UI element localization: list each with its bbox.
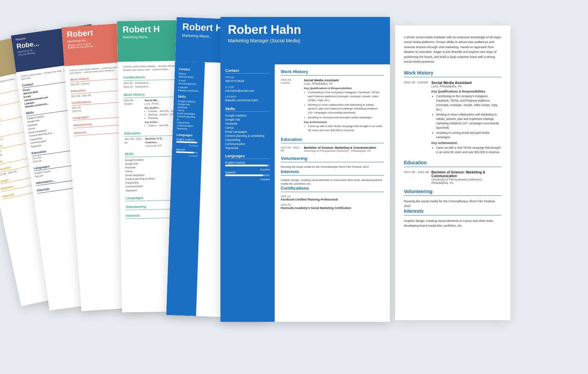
info-bullet-1: Contributing to the company's Instagram,… [436, 94, 502, 111]
info-panel: A driven social media marketer with an e… [395, 25, 510, 320]
main-skill-2: Google Ads [225, 118, 270, 121]
info-vol-title: Volunteering [404, 189, 502, 196]
info-kq-title: Key Qualifications & Responsibilities [431, 90, 502, 93]
info-edu-degree: Bachelor of Science: Marketing & Communi… [431, 170, 502, 178]
info-work-title: Work History [404, 70, 502, 77]
card5-phone: Phone360-674-6649 [179, 72, 201, 79]
main-achievement-title: Key Achievement: [304, 121, 384, 124]
info-interests-text: Graphic design: creating visual elements… [404, 219, 502, 228]
card5-skills-title: Skills [178, 95, 200, 99]
main-vol-section-title: Volunteering [281, 156, 384, 162]
resume-card-main: Robert Hahn Marketing Manager (Social Me… [220, 17, 390, 322]
main-left-panel: Contact Phone 360-674-6649 E-mail rob.ha… [220, 64, 275, 322]
main-skill-6: Content planning & scheduling [225, 134, 270, 138]
card5-lang-es-level: Excellent [176, 154, 197, 157]
main-lang-en: English (native) [225, 161, 270, 164]
main-edu-section-title: Education [281, 137, 384, 143]
card5-email: E-mailrob.hahn@email... [178, 79, 200, 86]
info-edu-title: Education [404, 160, 502, 167]
info-achievement-title: Key Achievement: [431, 141, 502, 145]
card5-linkedin: Linkedinlinkedin.com/in/rob... [178, 86, 200, 92]
main-skill-4: Canva [225, 126, 270, 129]
card5-lang-es: Spanish [176, 148, 198, 151]
info-vol-text: Running the social media for the Cinemat… [404, 199, 502, 208]
info-bullet-3: Assisting in running email and paid medi… [436, 131, 502, 140]
main-lang-en-bar-bg [225, 165, 270, 166]
info-job-company: Lumi, Philadelphia, PA [431, 85, 502, 88]
main-job-bullet-2: Working in close collaboration with Mark… [308, 103, 384, 115]
info-edu-date: 2017-09 - 2021-08 [404, 170, 429, 174]
info-bullet-2: Working in close collaboration with Mark… [436, 112, 502, 130]
main-cert-2: 2022-03 Hootsuite Academy's Social Marke… [281, 203, 384, 210]
main-job-bullets: Contributing to the company's Instagram,… [304, 90, 384, 119]
info-job-date: 2021-09 - Current [404, 81, 429, 84]
main-skill-1: Google Analytics [225, 114, 270, 117]
main-lang-es-bar-bg [225, 174, 270, 176]
card5-lang-en-level: Excellent [176, 144, 198, 147]
main-achievement-bullet-1: Came up with a viral TikTok campaign tha… [308, 124, 384, 132]
main-cert-1-date: 2021-01 [281, 195, 384, 198]
main-interests-section-title: Interests [281, 169, 384, 175]
main-job-date: 2021-09 - Current [281, 78, 301, 84]
main-skill-8: Communication [225, 142, 270, 146]
info-edu-school: University of Pennsylvania (Wharton) - P… [431, 178, 502, 185]
main-header: Robert Hahn Marketing Manager (Social Me… [220, 17, 390, 64]
card5-skill-list: Google AnalyticsGoogle AdsHootsuiteCanva… [177, 99, 199, 131]
main-cert-section-title: Certifications [281, 186, 384, 192]
main-edu-date: 2017-09 - 2021-08 [281, 146, 301, 152]
main-contact-title: Contact [225, 68, 270, 74]
main-linkedin-value: linkedin.com/in/rob.hahn [225, 99, 270, 103]
main-phone-label: Phone [225, 76, 270, 79]
main-cert-1-name: Facebook Certified Planning Professional [281, 198, 384, 201]
main-job-block: 2021-09 - Current Social Media Assistant… [281, 78, 384, 133]
info-job-bullets: Contributing to the company's Instagram,… [431, 94, 502, 140]
main-work-section-title: Work History [281, 69, 384, 76]
main-cert-2-date: 2022-03 [281, 203, 384, 206]
main-cert-1: 2021-01 Facebook Certified Planning Prof… [281, 195, 384, 201]
main-skill-3: Hootsuite [225, 122, 270, 125]
info-intro: A driven social media marketer with an e… [404, 35, 502, 64]
main-interests-text: Graphic design: creating visual elements… [281, 178, 384, 186]
main-achievement-bullets: Came up with a viral TikTok campaign tha… [304, 124, 384, 132]
info-edu-block: 2017-09 - 2021-08 Bachelor of Science: M… [404, 170, 502, 185]
main-linkedin-label: Linkedin [225, 95, 270, 98]
main-lang-es-level: Excellent [225, 178, 270, 181]
main-cert-2-name: Hootsuite Academy's Social Marketing Cer… [281, 206, 384, 210]
main-job-kq-title: Key Qualifications & Responsibilities [304, 87, 384, 90]
main-skill-5: Email campaigns [225, 130, 270, 133]
card5-lang-title: Languages [177, 133, 199, 137]
info-achievement-1: Came up with a viral TikTok campaign tha… [436, 146, 502, 154]
main-edu-block: 2017-09 - 2021-08 Bachelor of Science: M… [281, 146, 384, 152]
info-achievement-bullets: Came up with a viral TikTok campaign tha… [431, 146, 502, 154]
main-job-bullet-1: Contributing to the company's Instagram,… [308, 90, 384, 102]
main-job-company: Lumi, Philadelphia, PA [304, 82, 384, 85]
main-lang-es: Spanish [225, 171, 270, 174]
main-vol-text: Running the social media for the Cinemat… [281, 165, 384, 169]
card5-contact-title: Contact [179, 67, 201, 71]
main-phone-value: 360-674-6649 [225, 79, 270, 83]
main-job-title: Social Media Assistant [304, 78, 384, 82]
main-edu-school: University of Pennsylvania (Wharton) - P… [304, 149, 384, 152]
main-edu-degree: Bachelor of Science: Marketing & Communi… [304, 146, 384, 149]
main-lang-en-level: Excellent [225, 168, 270, 171]
main-right-panel: Work History 2021-09 - Current Social Me… [275, 64, 390, 322]
main-title: Marketing Manager (Social Media) [228, 38, 383, 43]
info-interests-title: Interests [404, 208, 502, 215]
main-skills-title: Skills [225, 107, 270, 112]
main-skill-7: Copywriting [225, 138, 270, 142]
main-job-bullet-3: Assisting in running email and paid medi… [308, 116, 384, 120]
card5-lang-en: English (native) [176, 138, 198, 141]
main-lang-title: Languages [225, 154, 270, 159]
main-name: Robert Hahn [228, 24, 383, 36]
info-job-block: 2021-09 - Current Social Media Assistant… [404, 81, 502, 155]
main-email-value: rob.hahn@email.com [225, 89, 270, 93]
main-skill-9: Teamwork [225, 146, 270, 150]
main-email-label: E-mail [225, 85, 270, 89]
main-lang-es-bar [225, 174, 263, 176]
main-lang-en-bar [225, 165, 268, 166]
info-job-title: Social Media Assistant [431, 81, 502, 85]
